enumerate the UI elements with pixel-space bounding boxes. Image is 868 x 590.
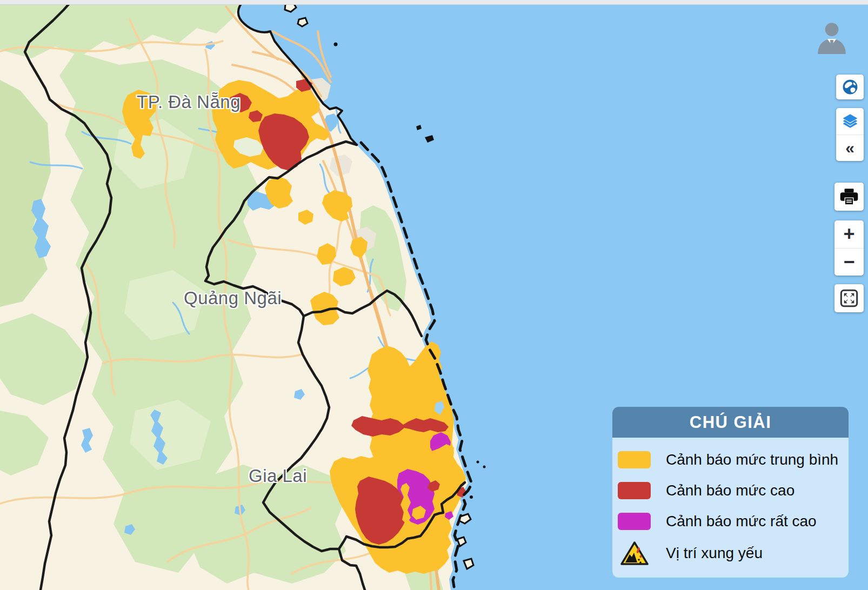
zoom-in-button[interactable]: +: [834, 220, 864, 248]
medium-warning-swatch: [618, 451, 651, 468]
globe-button[interactable]: [836, 75, 864, 99]
collapse-chevrons-icon: «: [845, 140, 854, 156]
legend-body: Cảnh báo mức trung bình Cảnh báo mức cao…: [612, 438, 849, 578]
map-viewer: TP. Đà Nẵng Quảng Ngãi Gia Lai: [0, 0, 868, 590]
place-label-gia-lai: Gia Lai: [249, 466, 307, 486]
layers-icon: [841, 112, 859, 130]
zoom-out-button[interactable]: −: [834, 249, 864, 276]
place-label-da-nang: TP. Đà Nẵng: [137, 92, 241, 112]
legend-item-critical-location: Vị trí xung yếu: [612, 537, 849, 570]
legend-item-high: Cảnh báo mức cao: [612, 475, 849, 506]
legend-item-label: Vị trí xung yếu: [666, 545, 763, 562]
user-avatar-icon: [814, 19, 850, 57]
minus-icon: −: [843, 252, 854, 272]
legend-item-label: Cảnh báo mức rất cao: [666, 513, 817, 530]
print-button[interactable]: [834, 183, 864, 211]
legend-panel: CHÚ GIẢI Cảnh báo mức trung bình Cảnh bá…: [612, 407, 849, 578]
legend-item-medium: Cảnh báo mức trung bình: [612, 444, 849, 475]
fullscreen-button[interactable]: [834, 284, 864, 312]
very-high-warning-swatch: [618, 513, 651, 530]
legend-item-label: Cảnh báo mức trung bình: [666, 451, 838, 468]
user-avatar-button[interactable]: [814, 19, 850, 57]
legend-item-very-high: Cảnh báo mức rất cao: [612, 506, 849, 537]
collapse-button[interactable]: «: [836, 135, 864, 162]
plus-icon: +: [843, 224, 854, 244]
window-edge-strip: [0, 0, 868, 5]
globe-icon: [841, 78, 859, 96]
place-label-quang-ngai: Quảng Ngãi: [184, 288, 282, 309]
legend-title: CHÚ GIẢI: [612, 407, 849, 438]
printer-icon: [840, 188, 858, 205]
landslide-warning-icon: [620, 540, 649, 566]
fullscreen-icon: [840, 289, 858, 307]
legend-item-label: Cảnh báo mức cao: [666, 482, 794, 499]
layers-button[interactable]: [836, 108, 864, 135]
high-warning-swatch: [618, 482, 651, 499]
